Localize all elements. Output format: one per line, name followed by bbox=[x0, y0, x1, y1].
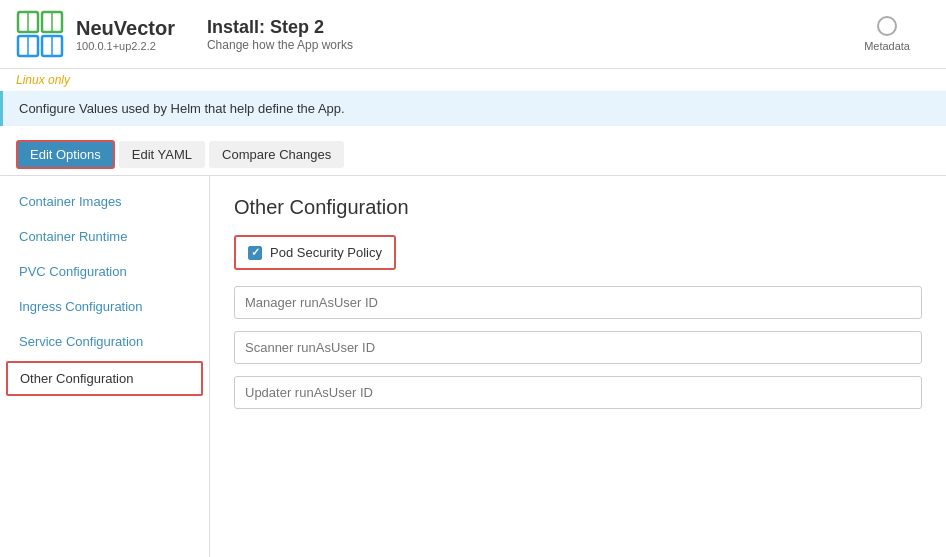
info-bar: Configure Values used by Helm that help … bbox=[0, 91, 946, 126]
sidebar-item-pvc-configuration[interactable]: PVC Configuration bbox=[0, 254, 209, 289]
app-name: NeuVector bbox=[76, 17, 175, 40]
tab-compare-changes[interactable]: Compare Changes bbox=[209, 141, 344, 168]
sidebar-item-container-runtime[interactable]: Container Runtime bbox=[0, 219, 209, 254]
updater-run-as-user-field-group bbox=[234, 376, 922, 409]
pod-security-policy-label: Pod Security Policy bbox=[270, 245, 382, 260]
logo bbox=[16, 10, 64, 58]
manager-run-as-user-input[interactable] bbox=[234, 286, 922, 319]
main-panel: Other Configuration Pod Security Policy bbox=[210, 176, 946, 557]
content: Container Images Container Runtime PVC C… bbox=[0, 176, 946, 557]
app-info: NeuVector 100.0.1+up2.2.2 bbox=[76, 17, 175, 52]
step-circle bbox=[877, 16, 897, 36]
header-title-group: Install: Step 2 Change how the App works bbox=[191, 17, 353, 52]
manager-run-as-user-field-group bbox=[234, 286, 922, 319]
scanner-run-as-user-input[interactable] bbox=[234, 331, 922, 364]
scanner-run-as-user-field-group bbox=[234, 331, 922, 364]
tabs: Edit Options Edit YAML Compare Changes bbox=[0, 134, 946, 176]
sidebar-item-other-configuration[interactable]: Other Configuration bbox=[6, 361, 203, 396]
install-subtitle: Change how the App works bbox=[207, 38, 353, 52]
app-version: 100.0.1+up2.2.2 bbox=[76, 40, 175, 52]
sidebar-item-ingress-configuration[interactable]: Ingress Configuration bbox=[0, 289, 209, 324]
sidebar-item-service-configuration[interactable]: Service Configuration bbox=[0, 324, 209, 359]
tab-edit-options[interactable]: Edit Options bbox=[16, 140, 115, 169]
sidebar: Container Images Container Runtime PVC C… bbox=[0, 176, 210, 557]
tab-edit-yaml[interactable]: Edit YAML bbox=[119, 141, 205, 168]
pod-security-policy-checkbox[interactable] bbox=[248, 246, 262, 260]
header: NeuVector 100.0.1+up2.2.2 Install: Step … bbox=[0, 0, 946, 69]
stepper: Metadata bbox=[864, 16, 930, 52]
pod-security-policy-row[interactable]: Pod Security Policy bbox=[234, 235, 396, 270]
linux-banner: Linux only bbox=[0, 69, 946, 91]
updater-run-as-user-input[interactable] bbox=[234, 376, 922, 409]
section-title: Other Configuration bbox=[234, 196, 922, 219]
step-metadata: Metadata bbox=[864, 16, 910, 52]
sidebar-item-container-images[interactable]: Container Images bbox=[0, 184, 209, 219]
step-label: Metadata bbox=[864, 40, 910, 52]
install-title: Install: Step 2 bbox=[207, 17, 353, 38]
